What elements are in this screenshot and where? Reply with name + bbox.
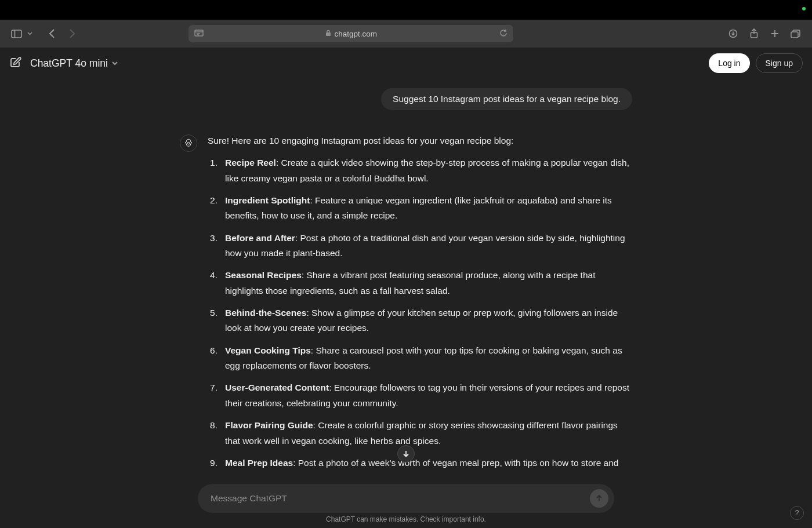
macos-titlebar: [0, 0, 812, 20]
idea-list-item: Ingredient Spotlight: Feature a unique v…: [208, 193, 632, 224]
compose-bar: [0, 484, 812, 513]
help-button[interactable]: ?: [790, 506, 804, 520]
downloads-icon[interactable]: [725, 26, 741, 42]
svg-point-10: [187, 142, 190, 144]
idea-title: Flavor Pairing Guide: [225, 420, 313, 430]
tabs-overview-icon[interactable]: [788, 26, 804, 42]
scroll-to-bottom-button[interactable]: [397, 445, 415, 463]
idea-title: Behind-the-Scenes: [225, 308, 306, 318]
user-message: Suggest 10 Instagram post ideas for a ve…: [381, 88, 632, 110]
idea-list-item: Vegan Cooking Tips: Share a carousel pos…: [208, 343, 632, 374]
message-input[interactable]: [211, 493, 590, 504]
website-settings-icon[interactable]: [194, 30, 204, 38]
model-selector[interactable]: ChatGPT 4o mini: [30, 57, 118, 70]
chatgpt-app: ChatGPT 4o mini Log in Sign up Suggest 1…: [0, 48, 812, 528]
svg-rect-9: [791, 32, 798, 38]
url-text: chatgpt.com: [335, 30, 378, 38]
back-button-icon[interactable]: [44, 26, 60, 42]
idea-title: Recipe Reel: [225, 158, 276, 167]
login-button[interactable]: Log in: [709, 53, 749, 73]
disclaimer-text: ChatGPT can make mistakes. Check importa…: [0, 515, 812, 523]
safari-toolbar: chatgpt.com: [0, 20, 812, 48]
idea-list-item: Flavor Pairing Guide: Create a colorful …: [208, 418, 632, 449]
signup-button[interactable]: Sign up: [756, 53, 803, 73]
chat-header: ChatGPT 4o mini Log in Sign up: [0, 48, 812, 79]
chevron-down-icon: [111, 61, 118, 65]
assistant-message: Sure! Here are 10 engaging Instagram pos…: [180, 133, 632, 470]
idea-list-item: Behind-the-Scenes: Show a glimpse of you…: [208, 305, 632, 336]
idea-list-item: User-Generated Content: Encourage follow…: [208, 380, 632, 411]
svg-rect-0: [12, 30, 21, 38]
new-chat-icon[interactable]: [9, 56, 23, 70]
idea-title: Vegan Cooking Tips: [225, 345, 311, 355]
conversation-pane: Suggest 10 Instagram post ideas for a ve…: [0, 88, 812, 470]
idea-list-item: Seasonal Recipes: Share a vibrant post f…: [208, 268, 632, 298]
chatgpt-avatar-icon: [180, 134, 197, 152]
idea-title: User-Generated Content: [225, 383, 329, 392]
model-name: ChatGPT 4o mini: [30, 57, 108, 70]
idea-title: Meal Prep Ideas: [225, 458, 293, 468]
forward-button-icon: [64, 26, 80, 42]
svg-rect-6: [326, 32, 331, 36]
idea-title: Ingredient Spotlight: [225, 195, 310, 205]
idea-list-item: Recipe Reel: Create a quick video showin…: [208, 155, 632, 186]
idea-title: Before and After: [225, 233, 295, 243]
idea-list-item: Before and After: Post a photo of a trad…: [208, 231, 632, 261]
reload-icon[interactable]: [499, 29, 507, 39]
idea-title: Seasonal Recipes: [225, 270, 302, 280]
camera-indicator-dot: [802, 7, 806, 10]
idea-list-item: Meal Prep Ideas: Post a photo of a week'…: [208, 456, 632, 470]
new-tab-icon[interactable]: [767, 26, 783, 42]
send-button[interactable]: [590, 489, 608, 508]
idea-text: : Create a quick video showing the step-…: [225, 158, 629, 183]
assistant-intro: Sure! Here are 10 engaging Instagram pos…: [208, 133, 632, 148]
share-icon[interactable]: [746, 26, 762, 42]
address-bar[interactable]: chatgpt.com: [188, 25, 513, 42]
sidebar-chevron-icon[interactable]: [27, 32, 32, 35]
ideas-list: Recipe Reel: Create a quick video showin…: [208, 155, 632, 470]
sidebar-toggle-icon[interactable]: [8, 26, 24, 42]
lock-icon: [325, 30, 331, 38]
